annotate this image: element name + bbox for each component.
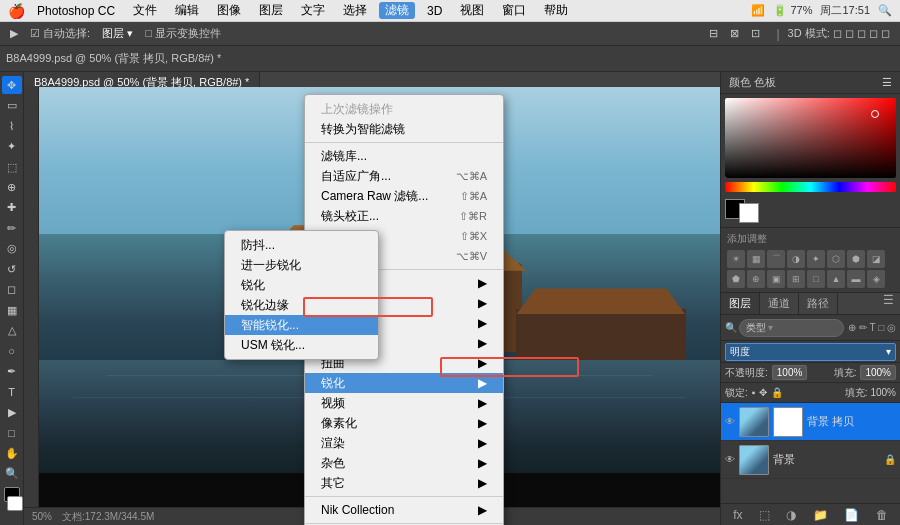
adj-icon-hsl[interactable]: ⬡ [827,250,845,268]
tool-eyedropper[interactable]: ⊕ [2,178,22,196]
adj-icon-invert[interactable]: ⊞ [787,270,805,288]
background-color[interactable] [7,496,23,511]
layer-item-bg-copy[interactable]: 👁 背景 拷贝 [721,403,900,441]
footer-delete-layer[interactable]: 🗑 [874,506,890,524]
tool-lasso[interactable]: ⌇ [2,117,22,135]
menu-3d[interactable]: 3D [421,4,448,18]
tb-checkbox[interactable]: ☑ 自动选择: [26,26,94,41]
tool-pen[interactable]: ✒ [2,362,22,380]
layer-visibility-bg[interactable]: 👁 [725,454,735,465]
layer-visibility-bg-copy[interactable]: 👁 [725,416,735,427]
tool-eraser[interactable]: ◻ [2,281,22,299]
color-panel-menu-icon[interactable]: ☰ [882,76,892,89]
color-gradient-square[interactable] [725,98,896,178]
adj-icon-bw[interactable]: ◪ [867,250,885,268]
adj-icon-exposure[interactable]: ◑ [787,250,805,268]
menu-edit[interactable]: 编辑 [169,2,205,19]
adj-icon-color-lookup[interactable]: ▣ [767,270,785,288]
tab-paths[interactable]: 路径 [799,293,838,314]
adj-icon-channel-mixer[interactable]: ⊕ [747,270,765,288]
adj-icon-levels[interactable]: ▦ [747,250,765,268]
menu-view[interactable]: 视图 [454,2,490,19]
tool-brush[interactable]: ✏ [2,219,22,237]
tb-align1[interactable]: ⊟ [705,27,722,40]
menu-select[interactable]: 选择 [337,2,373,19]
adj-icon-vibrance[interactable]: ✦ [807,250,825,268]
menu-lens-correction[interactable]: 镜头校正... ⇧⌘R [305,206,503,226]
tab-channels[interactable]: 通道 [760,293,799,314]
menu-camera-raw[interactable]: Camera Raw 滤镜... ⇧⌘A [305,186,503,206]
layers-panel-menu[interactable]: ☰ [877,293,900,314]
menu-video[interactable]: 视频 ▶ [305,393,503,413]
submenu-smart-sharpen[interactable]: 智能锐化... [225,315,378,335]
fill-value[interactable]: 100% [860,365,896,380]
tb-arrow[interactable]: ▶ [6,27,22,40]
tool-gradient[interactable]: ▦ [2,301,22,319]
menu-noise[interactable]: 杂色 ▶ [305,453,503,473]
menu-nik-collection[interactable]: Nik Collection ▶ [305,500,503,520]
layers-type-filter[interactable]: 类型 ▾ [739,319,844,337]
tool-stamp[interactable]: ◎ [2,240,22,258]
tool-blur[interactable]: △ [2,321,22,339]
menu-render[interactable]: 渲染 ▶ [305,433,503,453]
adj-icon-posterize[interactable]: □ [807,270,825,288]
footer-add-mask[interactable]: ⬚ [757,506,772,524]
tb-align3[interactable]: ⊡ [747,27,764,40]
menu-text[interactable]: 文字 [295,2,331,19]
tb-transform[interactable]: □ 显示变换控件 [141,26,225,41]
adj-icon-bright[interactable]: ☀ [727,250,745,268]
tool-zoom[interactable]: 🔍 [2,465,22,483]
submenu-sharpen[interactable]: 锐化 [225,275,378,295]
tool-crop[interactable]: ⬚ [2,158,22,176]
menu-help[interactable]: 帮助 [538,2,574,19]
menu-sharpen[interactable]: 锐化 ▶ [305,373,503,393]
layer-item-bg[interactable]: 👁 背景 🔒 [721,441,900,479]
submenu-usm-sharpen[interactable]: USM 锐化... [225,335,378,355]
adj-icon-threshold[interactable]: ▲ [827,270,845,288]
lock-position[interactable]: ✥ [759,387,767,398]
opacity-value[interactable]: 100% [772,365,808,380]
lock-all[interactable]: 🔒 [771,387,783,398]
menu-adaptive-wide[interactable]: 自适应广角... ⌥⌘A [305,166,503,186]
submenu-sharpen-edges[interactable]: 锐化边缘 [225,295,378,315]
menu-smart-filter[interactable]: 转换为智能滤镜 [305,119,503,139]
tb-align2[interactable]: ⊠ [726,27,743,40]
menu-layer[interactable]: 图层 [253,2,289,19]
tool-shape[interactable]: □ [2,424,22,442]
menu-photoshop[interactable]: Photoshop CC [31,4,121,18]
type-filter-dropdown[interactable]: ▾ [768,322,773,333]
adj-icon-photo-filter[interactable]: ⬟ [727,270,745,288]
submenu-sharpen-more[interactable]: 进一步锐化 [225,255,378,275]
footer-fx[interactable]: fx [731,506,744,524]
menu-filter[interactable]: 滤镜 [379,2,415,19]
hue-slider[interactable] [725,182,896,192]
tb-layer-select[interactable]: 图层 ▾ [98,26,137,41]
menu-image[interactable]: 图像 [211,2,247,19]
adj-icon-gradient-map[interactable]: ▬ [847,270,865,288]
tool-magic-wand[interactable]: ✦ [2,137,22,155]
menu-file[interactable]: 文件 [127,2,163,19]
background-swatch[interactable] [739,203,759,223]
adj-icon-selective-color[interactable]: ◈ [867,270,885,288]
adj-icon-color-balance[interactable]: ⬢ [847,250,865,268]
lock-pixel[interactable]: ▪ [752,387,756,398]
menu-pixelate[interactable]: 像素化 ▶ [305,413,503,433]
search-icon[interactable]: 🔍 [878,4,892,17]
tool-move[interactable]: ✥ [2,76,22,94]
blend-mode-select[interactable]: 明度 ▾ [725,343,896,361]
footer-new-layer[interactable]: 📄 [842,506,861,524]
submenu-stabilize[interactable]: 防抖... [225,235,378,255]
tool-heal[interactable]: ✚ [2,199,22,217]
menu-filter-gallery[interactable]: 滤镜库... [305,146,503,166]
tool-dodge[interactable]: ○ [2,342,22,360]
tool-path-select[interactable]: ▶ [2,403,22,421]
menu-other[interactable]: 其它 ▶ [305,473,503,493]
tb-3d-btn[interactable]: 3D 模式: ◻ ◻ ◻ ◻ ◻ [784,26,894,41]
footer-add-group[interactable]: 📁 [811,506,830,524]
menu-window[interactable]: 窗口 [496,2,532,19]
tool-select-rect[interactable]: ▭ [2,96,22,114]
footer-add-adj[interactable]: ◑ [784,506,798,524]
tool-hand[interactable]: ✋ [2,444,22,462]
tool-history-brush[interactable]: ↺ [2,260,22,278]
apple-menu[interactable]: 🍎 [8,3,25,19]
